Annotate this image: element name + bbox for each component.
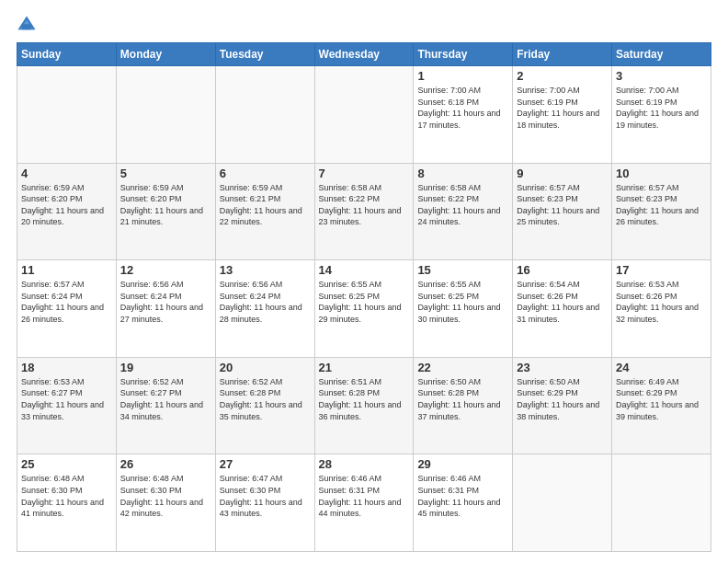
calendar-cell: 8Sunrise: 6:58 AMSunset: 6:22 PMDaylight…: [414, 163, 513, 260]
cell-info: Sunrise: 7:00 AMSunset: 6:19 PMDaylight:…: [616, 85, 707, 131]
calendar-cell: 2Sunrise: 7:00 AMSunset: 6:19 PMDaylight…: [513, 66, 612, 164]
calendar-week-4: 25Sunrise: 6:48 AMSunset: 6:30 PMDayligh…: [17, 454, 711, 552]
cell-info: Sunrise: 6:59 AMSunset: 6:21 PMDaylight:…: [220, 182, 311, 228]
calendar-header-thursday: Thursday: [414, 43, 513, 66]
calendar-cell: 7Sunrise: 6:58 AMSunset: 6:22 PMDaylight…: [314, 163, 414, 260]
day-number: 16: [517, 263, 608, 277]
cell-info: Sunrise: 6:56 AMSunset: 6:24 PMDaylight:…: [120, 279, 211, 325]
cell-info: Sunrise: 6:55 AMSunset: 6:25 PMDaylight:…: [319, 279, 410, 325]
calendar-cell: 12Sunrise: 6:56 AMSunset: 6:24 PMDayligh…: [116, 260, 215, 358]
calendar-cell: 21Sunrise: 6:51 AMSunset: 6:28 PMDayligh…: [314, 357, 414, 454]
cell-info: Sunrise: 6:46 AMSunset: 6:31 PMDaylight:…: [319, 473, 410, 519]
day-number: 17: [616, 263, 707, 277]
calendar-cell: 26Sunrise: 6:48 AMSunset: 6:30 PMDayligh…: [116, 454, 215, 552]
calendar-cell: 11Sunrise: 6:57 AMSunset: 6:24 PMDayligh…: [17, 260, 117, 358]
day-number: 26: [120, 457, 211, 471]
calendar-cell: [116, 66, 215, 164]
day-number: 23: [517, 361, 608, 374]
calendar-cell: 1Sunrise: 7:00 AMSunset: 6:18 PMDaylight…: [414, 66, 513, 164]
cell-info: Sunrise: 6:59 AMSunset: 6:20 PMDaylight:…: [21, 182, 112, 228]
calendar-week-1: 4Sunrise: 6:59 AMSunset: 6:20 PMDaylight…: [17, 163, 711, 260]
day-number: 9: [517, 167, 608, 180]
calendar-cell: [215, 66, 314, 164]
cell-info: Sunrise: 6:59 AMSunset: 6:20 PMDaylight:…: [120, 182, 211, 228]
day-number: 18: [21, 361, 112, 374]
cell-info: Sunrise: 6:50 AMSunset: 6:29 PMDaylight:…: [517, 376, 608, 422]
calendar-cell: 18Sunrise: 6:53 AMSunset: 6:27 PMDayligh…: [17, 357, 117, 454]
calendar-cell: 10Sunrise: 6:57 AMSunset: 6:23 PMDayligh…: [612, 163, 711, 260]
header: [17, 15, 711, 35]
day-number: 12: [120, 263, 211, 277]
calendar-cell: 9Sunrise: 6:57 AMSunset: 6:23 PMDaylight…: [513, 163, 612, 260]
calendar-cell: 22Sunrise: 6:50 AMSunset: 6:28 PMDayligh…: [414, 357, 513, 454]
cell-info: Sunrise: 6:58 AMSunset: 6:22 PMDaylight:…: [319, 182, 410, 228]
cell-info: Sunrise: 6:57 AMSunset: 6:24 PMDaylight:…: [21, 279, 112, 325]
day-number: 10: [616, 167, 707, 180]
day-number: 14: [319, 263, 410, 277]
day-number: 5: [120, 167, 211, 180]
calendar-cell: 14Sunrise: 6:55 AMSunset: 6:25 PMDayligh…: [314, 260, 414, 358]
calendar-cell: 4Sunrise: 6:59 AMSunset: 6:20 PMDaylight…: [17, 163, 117, 260]
logo: [17, 15, 40, 35]
cell-info: Sunrise: 6:51 AMSunset: 6:28 PMDaylight:…: [319, 376, 410, 422]
calendar-cell: 3Sunrise: 7:00 AMSunset: 6:19 PMDaylight…: [612, 66, 711, 164]
day-number: 21: [319, 361, 410, 374]
day-number: 25: [21, 457, 112, 471]
cell-info: Sunrise: 6:58 AMSunset: 6:22 PMDaylight:…: [417, 182, 508, 228]
calendar-cell: 19Sunrise: 6:52 AMSunset: 6:27 PMDayligh…: [116, 357, 215, 454]
cell-info: Sunrise: 6:46 AMSunset: 6:31 PMDaylight:…: [417, 473, 508, 519]
calendar-cell: 6Sunrise: 6:59 AMSunset: 6:21 PMDaylight…: [215, 163, 314, 260]
cell-info: Sunrise: 7:00 AMSunset: 6:18 PMDaylight:…: [417, 85, 508, 131]
day-number: 27: [220, 457, 311, 471]
calendar-cell: 23Sunrise: 6:50 AMSunset: 6:29 PMDayligh…: [513, 357, 612, 454]
day-number: 8: [417, 167, 508, 180]
calendar-cell: 29Sunrise: 6:46 AMSunset: 6:31 PMDayligh…: [414, 454, 513, 552]
logo-icon: [17, 15, 37, 35]
cell-info: Sunrise: 6:48 AMSunset: 6:30 PMDaylight:…: [120, 473, 211, 519]
cell-info: Sunrise: 6:57 AMSunset: 6:23 PMDaylight:…: [616, 182, 707, 228]
day-number: 2: [517, 69, 608, 83]
cell-info: Sunrise: 6:49 AMSunset: 6:29 PMDaylight:…: [616, 376, 707, 422]
calendar-cell: 15Sunrise: 6:55 AMSunset: 6:25 PMDayligh…: [414, 260, 513, 358]
page: SundayMondayTuesdayWednesdayThursdayFrid…: [0, 0, 728, 563]
cell-info: Sunrise: 6:57 AMSunset: 6:23 PMDaylight:…: [517, 182, 608, 228]
calendar-cell: 5Sunrise: 6:59 AMSunset: 6:20 PMDaylight…: [116, 163, 215, 260]
calendar-cell: [612, 454, 711, 552]
calendar-header-monday: Monday: [116, 43, 215, 66]
day-number: 19: [120, 361, 211, 374]
cell-info: Sunrise: 7:00 AMSunset: 6:19 PMDaylight:…: [517, 85, 608, 131]
calendar-cell: [513, 454, 612, 552]
cell-info: Sunrise: 6:52 AMSunset: 6:28 PMDaylight:…: [220, 376, 311, 422]
day-number: 4: [21, 167, 112, 180]
cell-info: Sunrise: 6:56 AMSunset: 6:24 PMDaylight:…: [220, 279, 311, 325]
day-number: 7: [319, 167, 410, 180]
day-number: 6: [220, 167, 311, 180]
calendar-cell: 24Sunrise: 6:49 AMSunset: 6:29 PMDayligh…: [612, 357, 711, 454]
calendar-cell: 27Sunrise: 6:47 AMSunset: 6:30 PMDayligh…: [215, 454, 314, 552]
day-number: 1: [417, 69, 508, 83]
calendar-cell: 16Sunrise: 6:54 AMSunset: 6:26 PMDayligh…: [513, 260, 612, 358]
calendar-week-2: 11Sunrise: 6:57 AMSunset: 6:24 PMDayligh…: [17, 260, 711, 358]
calendar-cell: 13Sunrise: 6:56 AMSunset: 6:24 PMDayligh…: [215, 260, 314, 358]
calendar-header-sunday: Sunday: [17, 43, 117, 66]
day-number: 24: [616, 361, 707, 374]
cell-info: Sunrise: 6:53 AMSunset: 6:26 PMDaylight:…: [616, 279, 707, 325]
day-number: 13: [220, 263, 311, 277]
cell-info: Sunrise: 6:54 AMSunset: 6:26 PMDaylight:…: [517, 279, 608, 325]
calendar-cell: 28Sunrise: 6:46 AMSunset: 6:31 PMDayligh…: [314, 454, 414, 552]
calendar-table: SundayMondayTuesdayWednesdayThursdayFrid…: [17, 42, 711, 552]
day-number: 3: [616, 69, 707, 83]
cell-info: Sunrise: 6:55 AMSunset: 6:25 PMDaylight:…: [417, 279, 508, 325]
calendar-header-row: SundayMondayTuesdayWednesdayThursdayFrid…: [17, 43, 711, 66]
calendar-week-0: 1Sunrise: 7:00 AMSunset: 6:18 PMDaylight…: [17, 66, 711, 164]
day-number: 20: [220, 361, 311, 374]
cell-info: Sunrise: 6:53 AMSunset: 6:27 PMDaylight:…: [21, 376, 112, 422]
calendar-cell: [314, 66, 414, 164]
cell-info: Sunrise: 6:47 AMSunset: 6:30 PMDaylight:…: [220, 473, 311, 519]
calendar-cell: 25Sunrise: 6:48 AMSunset: 6:30 PMDayligh…: [17, 454, 117, 552]
calendar-header-friday: Friday: [513, 43, 612, 66]
calendar-week-3: 18Sunrise: 6:53 AMSunset: 6:27 PMDayligh…: [17, 357, 711, 454]
calendar-cell: 17Sunrise: 6:53 AMSunset: 6:26 PMDayligh…: [612, 260, 711, 358]
day-number: 29: [417, 457, 508, 471]
calendar-cell: 20Sunrise: 6:52 AMSunset: 6:28 PMDayligh…: [215, 357, 314, 454]
